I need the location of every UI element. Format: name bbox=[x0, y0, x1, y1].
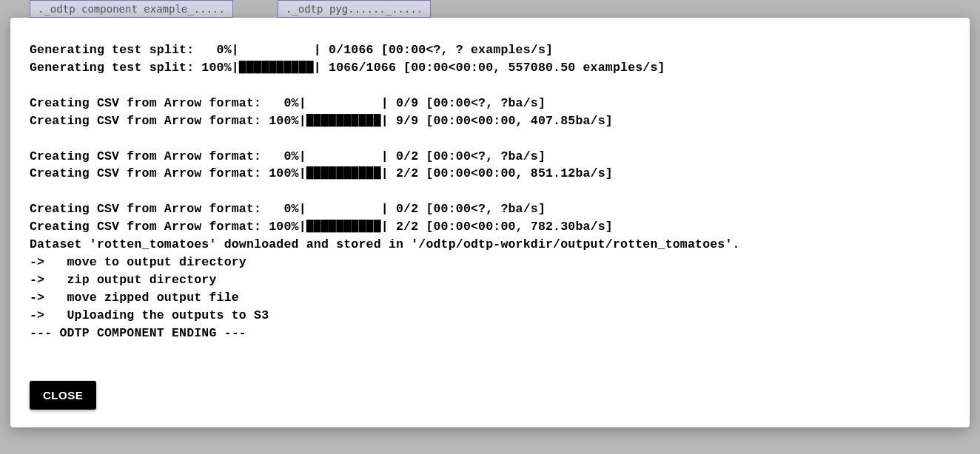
bg-tab-2: ._odtp pyg......_..... bbox=[278, 0, 431, 18]
close-button[interactable]: CLOSE bbox=[30, 381, 96, 410]
bg-tab-1: ._odtp component example_..... bbox=[30, 0, 233, 18]
background-tabs: ._odtp component example_..... ._odtp py… bbox=[30, 0, 431, 18]
log-modal: Generating test split: 0%| | 0/1066 [00:… bbox=[10, 18, 970, 427]
log-output: Generating test split: 0%| | 0/1066 [00:… bbox=[30, 41, 950, 369]
